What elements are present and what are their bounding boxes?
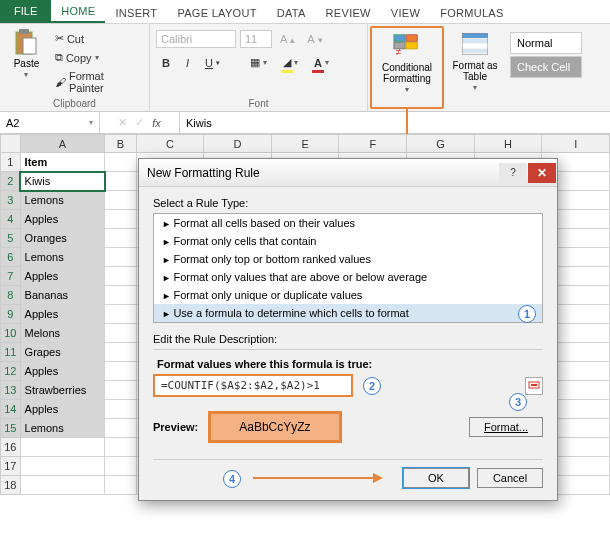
col-header[interactable]: E <box>271 135 339 153</box>
conditional-formatting-button[interactable]: ≠ Conditional Formatting <box>372 28 442 108</box>
row-header[interactable]: 7 <box>1 267 21 286</box>
border-button[interactable]: ▦ <box>246 54 271 71</box>
formula-bar-row: A2 ✕ ✓ fx Kiwis <box>0 112 610 134</box>
tab-review[interactable]: REVIEW <box>316 3 381 23</box>
callout-3: 3 <box>509 393 527 411</box>
format-painter-button[interactable]: 🖌Format Painter <box>51 68 143 96</box>
bold-button[interactable]: B <box>158 54 174 71</box>
cell[interactable]: Kiwis <box>20 172 105 191</box>
rule-type-item[interactable]: Format only unique or duplicate values <box>154 286 542 304</box>
col-header[interactable]: I <box>542 135 610 153</box>
rule-type-item[interactable]: Format only top or bottom ranked values <box>154 250 542 268</box>
font-size-select[interactable]: 11 <box>240 30 272 48</box>
row-header[interactable]: 10 <box>1 324 21 343</box>
enter-formula-icon[interactable]: ✓ <box>135 116 144 129</box>
row-header[interactable]: 13 <box>1 381 21 400</box>
col-header[interactable]: F <box>339 135 407 153</box>
cell[interactable]: Bananas <box>20 286 105 305</box>
rule-type-item[interactable]: Format only cells that contain <box>154 232 542 250</box>
row-header[interactable]: 2 <box>1 172 21 191</box>
dialog-title: New Formatting Rule <box>147 166 260 180</box>
format-button[interactable]: Format... <box>469 417 543 437</box>
style-check-cell[interactable]: Check Cell <box>510 56 582 78</box>
tab-pagelayout[interactable]: PAGE LAYOUT <box>167 3 266 23</box>
rule-type-item[interactable]: Format all cells based on their values <box>154 214 542 232</box>
col-header[interactable]: A <box>20 135 105 153</box>
tab-file[interactable]: FILE <box>0 0 51 23</box>
italic-button[interactable]: I <box>182 54 193 71</box>
col-header[interactable]: H <box>474 135 542 153</box>
copy-icon: ⧉ <box>55 51 63 64</box>
range-collapse-button[interactable] <box>525 377 543 395</box>
rule-type-list: Format all cells based on their values F… <box>153 213 543 323</box>
row-header[interactable]: 4 <box>1 210 21 229</box>
rule-type-item[interactable]: Format only values that are above or bel… <box>154 268 542 286</box>
select-all-corner[interactable] <box>1 135 21 153</box>
cell[interactable]: Apples <box>20 267 105 286</box>
row-header[interactable]: 1 <box>1 153 21 172</box>
formula-input[interactable] <box>153 374 353 397</box>
fill-color-button[interactable]: ◢ <box>279 54 302 71</box>
cell[interactable]: Lemons <box>20 191 105 210</box>
cell[interactable]: Grapes <box>20 343 105 362</box>
format-as-table-button[interactable]: Format as Table <box>446 24 504 111</box>
new-formatting-rule-dialog: New Formatting Rule ? ✕ Select a Rule Ty… <box>138 158 558 501</box>
cell[interactable]: Strawberries <box>20 381 105 400</box>
tab-insert[interactable]: INSERT <box>105 3 167 23</box>
col-header[interactable]: C <box>136 135 204 153</box>
formula-bar[interactable]: Kiwis <box>180 112 610 133</box>
svg-rect-3 <box>394 35 405 42</box>
help-button[interactable]: ? <box>499 163 527 183</box>
row-header[interactable]: 16 <box>1 438 21 457</box>
tab-view[interactable]: VIEW <box>381 3 430 23</box>
cell[interactable]: Apples <box>20 362 105 381</box>
row-header[interactable]: 12 <box>1 362 21 381</box>
close-button[interactable]: ✕ <box>528 163 556 183</box>
cell[interactable]: Lemons <box>20 419 105 438</box>
cell[interactable]: Apples <box>20 305 105 324</box>
font-name-select[interactable]: Calibri <box>156 30 236 48</box>
row-header[interactable]: 6 <box>1 248 21 267</box>
cell[interactable]: Oranges <box>20 229 105 248</box>
row-header[interactable]: 3 <box>1 191 21 210</box>
svg-rect-11 <box>462 39 488 43</box>
col-header[interactable]: B <box>105 135 136 153</box>
tab-formulas[interactable]: FORMULAS <box>430 3 514 23</box>
tab-home[interactable]: HOME <box>51 1 105 23</box>
dialog-titlebar[interactable]: New Formatting Rule ? ✕ <box>139 159 557 187</box>
cell[interactable]: Melons <box>20 324 105 343</box>
font-color-button[interactable]: A <box>310 54 333 71</box>
col-header[interactable]: G <box>407 135 475 153</box>
cell[interactable]: Lemons <box>20 248 105 267</box>
row-header[interactable]: 15 <box>1 419 21 438</box>
cell[interactable]: Apples <box>20 210 105 229</box>
copy-button[interactable]: ⧉Copy <box>51 49 143 66</box>
tab-data[interactable]: DATA <box>267 3 316 23</box>
row-header[interactable]: 17 <box>1 457 21 476</box>
col-header[interactable]: D <box>204 135 272 153</box>
svg-rect-2 <box>23 38 36 54</box>
underline-button[interactable]: U▾ <box>201 54 224 71</box>
style-normal[interactable]: Normal <box>510 32 582 54</box>
paste-button[interactable]: Paste <box>6 26 47 97</box>
cell[interactable]: Apples <box>20 400 105 419</box>
name-box[interactable]: A2 <box>0 112 100 133</box>
edit-description-label: Edit the Rule Description: <box>153 333 543 345</box>
row-header[interactable]: 9 <box>1 305 21 324</box>
cancel-button[interactable]: Cancel <box>477 468 543 488</box>
row-header[interactable]: 11 <box>1 343 21 362</box>
row-header[interactable]: 8 <box>1 286 21 305</box>
row-header[interactable]: 18 <box>1 476 21 495</box>
shrink-font-button[interactable]: A▾ <box>303 31 326 47</box>
cell[interactable]: Item <box>20 153 105 172</box>
cancel-formula-icon[interactable]: ✕ <box>118 116 127 129</box>
ok-button[interactable]: OK <box>403 468 469 488</box>
row-header[interactable]: 14 <box>1 400 21 419</box>
cut-button[interactable]: ✂Cut <box>51 30 143 47</box>
fx-icon[interactable]: fx <box>152 117 161 129</box>
svg-rect-12 <box>462 44 488 48</box>
preview-swatch: AaBbCcYyZz <box>208 411 341 443</box>
grow-font-button[interactable]: A▴ <box>276 31 299 47</box>
rule-type-item[interactable]: Use a formula to determine which cells t… <box>154 304 542 322</box>
row-header[interactable]: 5 <box>1 229 21 248</box>
